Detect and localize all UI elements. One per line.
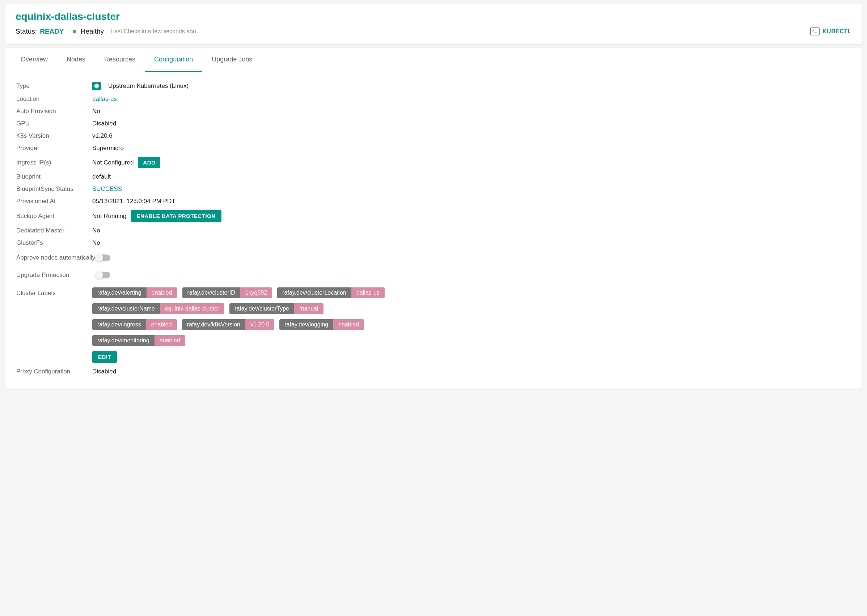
value-provisioned: 05/13/2021, 12:50:04 PM PDT [92, 198, 175, 205]
label-glusterfs: GlusterFs [16, 239, 92, 247]
value-blueprint: default [92, 173, 111, 181]
label-key: rafay.dev/logging [279, 319, 333, 330]
tab-resources[interactable]: Resources [95, 48, 145, 72]
row-auto-provision: Auto Provision No [16, 105, 851, 118]
cluster-title: equinix-dallas-cluster [16, 11, 851, 22]
cluster-label-chip: rafay.dev/clusterID1kyq992 [182, 288, 273, 298]
terminal-icon [810, 27, 820, 35]
label-key: rafay.dev/alerting [92, 288, 147, 298]
cluster-label-chip: rafay.dev/clusterNameequinix-dallas-clus… [92, 303, 224, 314]
row-location: Location dallas-us [16, 93, 851, 105]
enable-data-protection-button[interactable]: ENABLE DATA PROTECTION [131, 210, 221, 222]
value-gpu: Disabled [92, 120, 116, 127]
config-body: Type Upstream Kubernetes (Linux) Locatio… [5, 73, 862, 389]
cluster-label-chip: rafay.dev/loggingenabled [279, 319, 364, 330]
label-ingress: Ingress IP(s) [16, 159, 92, 166]
kubectl-label: KUBECTL [823, 28, 851, 35]
label-key: rafay.dev/ingress [92, 319, 146, 330]
status-value: READY [40, 27, 64, 35]
cluster-label-chip: rafay.dev/clusterLocationdallas-us [277, 288, 385, 298]
label-blueprint: Blueprint [16, 173, 92, 181]
label-key: rafay.dev/k8sVersion [182, 319, 245, 330]
label-dedicated-master: Dedicated Master [16, 227, 92, 234]
row-glusterfs: GlusterFs No [16, 237, 851, 249]
last-check: Last Check in a few seconds ago [111, 28, 196, 35]
label-key: rafay.dev/clusterName [92, 303, 160, 314]
cluster-label-chip: rafay.dev/ingressenabled [92, 319, 177, 330]
value-backup: Not Running ENABLE DATA PROTECTION [92, 210, 221, 222]
edit-labels-button[interactable]: EDIT [92, 351, 117, 363]
labels-container: rafay.dev/alertingenabledrafay.dev/clust… [92, 288, 400, 346]
cluster-label-chip: rafay.dev/k8sVersionv1.20.6 [182, 319, 275, 330]
label-k8s-version: K8s Version [16, 132, 92, 140]
row-dedicated-master: Dedicated Master No [16, 225, 851, 237]
status-label: Status: [16, 27, 37, 35]
value-glusterfs: No [92, 239, 100, 247]
value-k8s-version: v1.20.6 [92, 132, 112, 140]
row-blueprint-sync: BlueprintSync Status SUCCESS [16, 183, 851, 195]
label-value: manual [294, 303, 323, 314]
value-ingress: Not Configured ADD [92, 157, 160, 168]
row-upgrade-protection: Upgrade Protection [16, 266, 851, 284]
label-value: enabled [333, 319, 364, 330]
label-key: rafay.dev/clusterType [229, 303, 294, 314]
value-provider: Supermicro [92, 145, 124, 152]
row-gpu: GPU Disabled [16, 118, 851, 130]
row-cluster-labels: Cluster Labels rafay.dev/alertingenabled… [16, 284, 851, 349]
health-dot-icon [73, 30, 76, 33]
label-value: dallas-us [352, 288, 385, 298]
value-edit: EDIT [92, 351, 117, 363]
value-auto-provision: No [92, 108, 100, 115]
cluster-label-chip: rafay.dev/alertingenabled [92, 288, 177, 298]
row-provider: Provider Supermicro [16, 142, 851, 154]
label-value: v1.20.6 [245, 319, 274, 330]
value-blueprint-sync: SUCCESS [92, 185, 122, 193]
status-row: Status: READY Healthy Last Check in a fe… [16, 27, 851, 35]
status-left: Status: READY Healthy Last Check in a fe… [16, 27, 196, 35]
label-value: enabled [146, 319, 177, 330]
tab-nodes[interactable]: Nodes [57, 48, 95, 72]
svg-marker-0 [95, 83, 99, 88]
value-approve-nodes [96, 255, 110, 261]
label-value: enabled [147, 288, 177, 298]
type-text: Upstream Kubernetes (Linux) [108, 82, 189, 90]
label-key: rafay.dev/clusterID [182, 288, 240, 298]
row-backup: Backup Agent Not Running ENABLE DATA PRO… [16, 207, 851, 225]
health-text: Healthy [81, 27, 104, 35]
label-proxy: Proxy Configuration [16, 368, 92, 375]
row-provisioned: Provisioned At 05/13/2021, 12:50:04 PM P… [16, 195, 851, 207]
cluster-header: equinix-dallas-cluster Status: READY Hea… [5, 4, 862, 44]
tab-overview[interactable]: Overview [11, 48, 57, 72]
label-auto-provision: Auto Provision [16, 108, 92, 115]
row-type: Type Upstream Kubernetes (Linux) [16, 79, 851, 93]
cluster-label-chip: rafay.dev/clusterTypemanual [229, 303, 323, 314]
label-value: enabled [154, 335, 185, 346]
label-key: rafay.dev/monitoring [92, 335, 154, 346]
label-cluster-labels: Cluster Labels [16, 288, 92, 297]
label-location: Location [16, 96, 92, 103]
value-dedicated-master: No [92, 227, 100, 234]
value-proxy: Disabled [92, 368, 116, 375]
ingress-text: Not Configured [92, 159, 134, 166]
row-approve-nodes: Approve nodes automatically [16, 249, 851, 266]
main-panel: Overview Nodes Resources Configuration U… [5, 48, 862, 389]
kubectl-button[interactable]: KUBECTL [810, 27, 851, 35]
value-cluster-labels: rafay.dev/alertingenabledrafay.dev/clust… [92, 288, 400, 346]
tab-configuration[interactable]: Configuration [145, 48, 202, 72]
add-ingress-button[interactable]: ADD [138, 157, 160, 168]
kubernetes-icon [92, 82, 101, 90]
row-edit: EDIT [16, 349, 851, 366]
label-backup: Backup Agent [16, 212, 92, 220]
row-blueprint: Blueprint default [16, 171, 851, 183]
tab-upgrade-jobs[interactable]: Upgrade Jobs [202, 48, 262, 72]
approve-nodes-toggle[interactable] [96, 255, 110, 261]
label-value: 1kyq992 [240, 288, 273, 298]
value-type: Upstream Kubernetes (Linux) [92, 82, 189, 90]
value-location[interactable]: dallas-us [92, 96, 117, 103]
row-proxy: Proxy Configuration Disabled [16, 366, 851, 378]
label-upgrade-protection: Upgrade Protection [16, 272, 96, 279]
tabs: Overview Nodes Resources Configuration U… [5, 48, 862, 73]
cluster-label-chip: rafay.dev/monitoringenabled [92, 335, 185, 346]
upgrade-protection-toggle[interactable] [96, 272, 110, 278]
row-k8s-version: K8s Version v1.20.6 [16, 130, 851, 142]
